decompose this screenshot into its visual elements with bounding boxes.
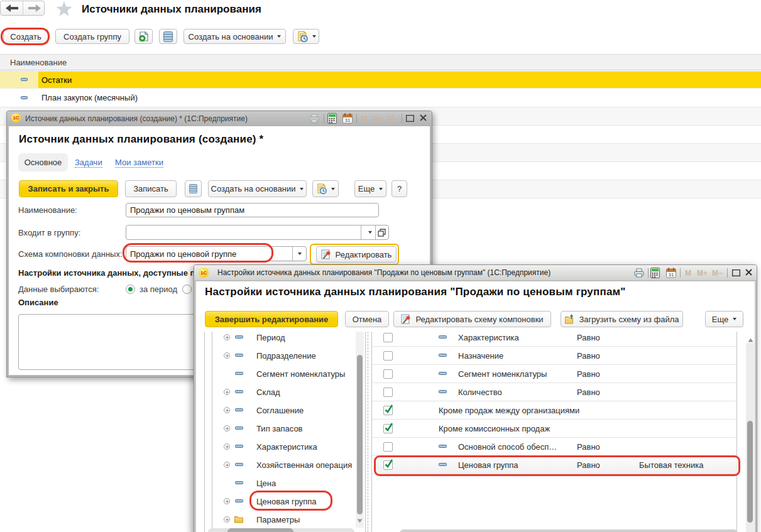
svg-text:31: 31 [669, 272, 674, 278]
svg-text:31: 31 [345, 117, 351, 123]
